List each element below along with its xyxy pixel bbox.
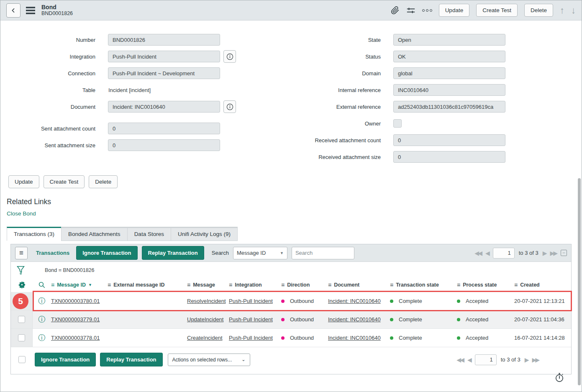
first-page-icon[interactable]: ◀◀ <box>474 250 481 256</box>
form-create-test-button[interactable]: Create Test <box>44 175 85 188</box>
close-bond-link[interactable]: Close Bond <box>7 210 36 217</box>
received-attachment-size-field[interactable]: 0 <box>393 151 505 163</box>
page-number-input[interactable] <box>493 248 515 259</box>
owner-field[interactable] <box>393 119 402 128</box>
tab-transactions[interactable]: Transactions (3) <box>7 227 62 241</box>
message-link[interactable]: UpdateIncident <box>187 316 223 323</box>
message-link[interactable]: ResolveIncident <box>187 298 226 304</box>
integration-field[interactable]: Push-Pull Incident <box>108 51 220 62</box>
column-header-integration[interactable]: ≡ Integration <box>229 282 281 288</box>
document-info-button[interactable] <box>223 100 236 113</box>
column-header-external-message-id[interactable]: ≡ External message ID <box>108 282 187 288</box>
footer-ignore-transaction-button[interactable]: Ignore Transaction <box>35 353 96 366</box>
column-header-created[interactable]: ≡ Created <box>514 282 571 288</box>
column-menu-icon[interactable]: ≡ <box>281 282 285 288</box>
internal-reference-field[interactable]: INC0010640 <box>393 84 505 96</box>
tab-unifi-activity-logs[interactable]: Unifi Activity Logs (9) <box>171 227 238 241</box>
document-link[interactable]: Incident: INC0010640 <box>328 298 381 304</box>
column-header-message-id[interactable]: ≡ Message ID ▼ <box>51 282 108 288</box>
message-id-link[interactable]: TXN0000003780.01 <box>51 298 100 304</box>
collapse-list-icon[interactable]: − <box>561 250 567 256</box>
row-checkbox[interactable] <box>18 334 25 341</box>
last-page-icon[interactable]: ▶▶ <box>532 356 538 363</box>
response-time-stopwatch-icon[interactable] <box>555 372 564 382</box>
column-menu-icon[interactable]: ≡ <box>229 282 232 288</box>
tab-data-stores[interactable]: Data Stores <box>127 227 171 241</box>
footer-replay-transaction-button[interactable]: Replay Transaction <box>100 353 162 366</box>
integration-info-button[interactable] <box>223 50 236 63</box>
document-link[interactable]: Incident: INC0010640 <box>328 316 381 323</box>
row-info-icon[interactable]: ⓘ <box>38 316 46 323</box>
integration-link[interactable]: Push-Pull Incident <box>229 316 273 323</box>
list-context-menu-button[interactable]: ≡ <box>15 247 28 259</box>
row-info-icon[interactable]: ⓘ <box>38 297 46 305</box>
more-options-icon[interactable] <box>422 9 432 12</box>
sent-attachment-size-field[interactable]: 0 <box>108 139 220 151</box>
delete-button[interactable]: Delete <box>524 4 553 17</box>
message-link[interactable]: CreateIncident <box>187 335 223 341</box>
list-settings-gear-icon[interactable] <box>11 281 33 289</box>
form-delete-button[interactable]: Delete <box>89 175 118 188</box>
state-field[interactable]: Open <box>393 34 505 46</box>
info-icon <box>226 53 233 60</box>
search-input[interactable] <box>292 247 354 259</box>
next-record-arrow-icon[interactable]: ↓ <box>571 6 576 15</box>
integration-link[interactable]: Push-Pull Incident <box>229 335 273 341</box>
context-menu-icon[interactable] <box>26 6 36 15</box>
column-header-process-state[interactable]: ≡ Process state <box>457 282 514 288</box>
funnel-icon[interactable] <box>17 266 25 274</box>
integration-link[interactable]: Push-Pull Incident <box>229 298 273 304</box>
domain-field[interactable]: global <box>393 67 505 79</box>
received-attachment-count-field[interactable]: 0 <box>393 134 505 146</box>
list-pagination-bottom: ◀◀ ◀ to 3 of 3 ▶ ▶▶ <box>456 354 538 365</box>
back-button[interactable] <box>6 3 21 18</box>
document-label: Document <box>0 104 101 110</box>
replay-transaction-button[interactable]: Replay Transaction <box>142 246 204 260</box>
create-test-button[interactable]: Create Test <box>476 4 518 17</box>
number-field[interactable]: BND0001826 <box>108 34 220 46</box>
next-page-icon[interactable]: ▶ <box>543 250 546 256</box>
column-menu-icon[interactable]: ≡ <box>108 282 111 288</box>
vertical-scrollbar[interactable] <box>578 178 581 385</box>
select-all-checkbox[interactable] <box>18 356 26 363</box>
personalize-form-icon[interactable] <box>406 6 415 15</box>
column-header-document[interactable]: ≡ Document <box>328 282 390 288</box>
last-page-icon[interactable]: ▶▶ <box>550 250 556 256</box>
actions-on-selected-rows-select[interactable]: Actions on selected rows... ⌄ <box>168 354 250 366</box>
next-page-icon[interactable]: ▶ <box>525 356 528 363</box>
column-menu-icon[interactable]: ≡ <box>514 282 518 288</box>
search-column-select[interactable]: Message ID ▼ <box>233 247 287 259</box>
row-range-text: to 3 of 3 <box>519 250 538 256</box>
update-button[interactable]: Update <box>439 4 470 17</box>
column-menu-icon[interactable]: ≡ <box>457 282 460 288</box>
list-search-icon[interactable] <box>33 281 51 289</box>
tab-bonded-attachments[interactable]: Bonded Attachments <box>61 227 128 241</box>
page-number-input[interactable] <box>475 354 497 365</box>
row-checkbox[interactable] <box>18 316 25 323</box>
previous-record-arrow-icon[interactable]: ↑ <box>560 6 564 15</box>
first-page-icon[interactable]: ◀◀ <box>456 356 463 363</box>
filter-breadcrumb[interactable]: Bond = BND0001826 <box>45 267 95 273</box>
previous-page-icon[interactable]: ◀ <box>467 356 471 363</box>
status-field[interactable]: OK <box>393 51 505 62</box>
row-info-icon[interactable]: ⓘ <box>38 334 46 341</box>
column-header-direction[interactable]: ≡ Direction <box>281 282 328 288</box>
previous-page-icon[interactable]: ◀ <box>485 250 489 256</box>
connection-field[interactable]: Push-Pull Incident ~ Development <box>108 67 220 79</box>
ignore-transaction-button[interactable]: Ignore Transaction <box>76 246 137 260</box>
column-menu-icon[interactable]: ≡ <box>51 282 54 288</box>
column-menu-icon[interactable]: ≡ <box>328 282 331 288</box>
message-id-link[interactable]: TXN0000003779.01 <box>51 316 100 323</box>
sent-attachment-count-field[interactable]: 0 <box>108 123 220 134</box>
column-header-transaction-state[interactable]: ≡ Transaction state <box>390 282 457 288</box>
document-link[interactable]: Incident: INC0010640 <box>328 335 381 341</box>
document-field[interactable]: Incident: INC0010640 <box>108 101 220 113</box>
column-header-message[interactable]: ≡ Message <box>187 282 229 288</box>
column-menu-icon[interactable]: ≡ <box>187 282 190 288</box>
external-reference-field[interactable]: ad252403db11301036c81c97059619ca <box>393 101 505 113</box>
form-update-button[interactable]: Update <box>8 175 39 188</box>
info-icon <box>226 103 233 110</box>
column-menu-icon[interactable]: ≡ <box>390 282 393 288</box>
message-id-link[interactable]: TXN0000003778.01 <box>51 335 100 341</box>
attachment-paperclip-icon[interactable] <box>391 6 400 15</box>
